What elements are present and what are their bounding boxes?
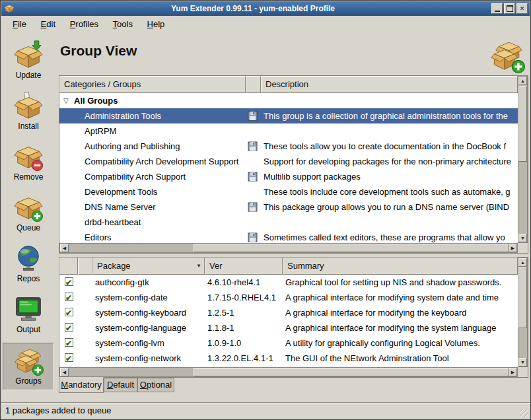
column-header-description[interactable]: Description — [261, 76, 518, 93]
package-name-cell: system-config-language — [95, 320, 186, 335]
vertical-scrollbar[interactable]: ▲ ▼ — [518, 76, 528, 243]
column-header-blank[interactable] — [59, 258, 78, 275]
minimize-icon — [495, 11, 500, 12]
tab-default[interactable]: Default — [104, 378, 137, 392]
sidebar-item-queue[interactable]: Queue — [3, 190, 54, 232]
column-header-blank[interactable] — [246, 76, 261, 93]
minimize-button[interactable] — [491, 3, 503, 14]
horizontal-scrollbar[interactable]: ◀ ▶ — [59, 367, 518, 377]
menubar: File Edit Profiles Tools Help — [1, 16, 530, 33]
tab-mandatory[interactable]: Mandatory — [59, 377, 104, 393]
package-checkbox[interactable]: ✔ — [65, 323, 73, 332]
package-row[interactable]: ✔ system-config-network 1.3.22.0.EL.4.1-… — [59, 351, 518, 366]
scroll-left-button[interactable]: ◀ — [60, 368, 69, 376]
package-checkbox[interactable]: ✔ — [65, 277, 73, 286]
scroll-left-button[interactable]: ◀ — [60, 244, 69, 252]
scrollbar-corner — [518, 243, 528, 253]
scroll-right-button[interactable]: ▶ — [509, 244, 517, 252]
package-summary-cell: A graphical interface for modifying syst… — [285, 290, 516, 305]
group-row[interactable]: Editors Sometimes called text editors, t… — [59, 230, 518, 243]
group-row[interactable]: Compatibility Arch Development Support S… — [59, 154, 518, 169]
group-name: Editors — [85, 230, 111, 243]
sidebar-item-install[interactable]: Install — [3, 88, 54, 131]
group-view-icon — [489, 38, 525, 73]
menu-help[interactable]: Help — [141, 16, 171, 33]
close-button[interactable]: ✕ — [516, 3, 528, 14]
package-row[interactable]: ✔ system-config-language 1.1.8-1 A graph… — [59, 320, 518, 335]
check-icon: ✔ — [65, 351, 72, 367]
menu-edit[interactable]: Edit — [35, 16, 61, 33]
column-header-summary[interactable]: Summary — [283, 258, 518, 275]
scrollbar-thumb[interactable] — [518, 86, 527, 162]
sidebar-label: Output — [3, 325, 54, 334]
scroll-up-button[interactable]: ▲ — [518, 77, 527, 85]
group-description: Sometimes called text editors, these are… — [264, 230, 516, 243]
group-row[interactable]: Development Tools These tools include co… — [59, 184, 518, 199]
check-icon: ✔ — [65, 291, 72, 306]
sidebar-label: Install — [3, 122, 54, 131]
group-row[interactable]: DNS Name Server This package group allow… — [59, 199, 518, 215]
package-version-cell: 1.3.22.0.EL.4.1-1 — [207, 351, 273, 366]
menu-tools[interactable]: Tools — [107, 16, 139, 33]
titlebar[interactable]: Yum Extender 0.99.11 - yum-enabled Profi… — [1, 1, 530, 16]
column-header-package[interactable]: Package ▼ — [92, 258, 205, 275]
menu-profiles[interactable]: Profiles — [64, 16, 104, 33]
package-row[interactable]: ✔ system-config-date 1.7.15-0.RHEL4.1 A … — [59, 290, 518, 305]
group-row-all-groups[interactable]: ▽ All Groups — [59, 93, 518, 108]
group-name: Compatibility Arch Support — [85, 169, 186, 184]
column-header-blank[interactable] — [78, 258, 92, 275]
scrollbar-thumb[interactable] — [194, 368, 509, 376]
queue-icon — [13, 192, 44, 223]
tab-label: Default — [104, 378, 137, 392]
package-summary-cell: A graphical interface for modifying the … — [285, 305, 516, 320]
maximize-button[interactable] — [504, 3, 515, 14]
horizontal-scrollbar[interactable]: ◀ ▶ — [59, 243, 518, 253]
check-icon: ✔ — [65, 275, 72, 291]
vertical-scrollbar[interactable]: ▲ ▼ — [518, 258, 528, 367]
update-icon — [13, 40, 44, 70]
scrollbar-thumb[interactable] — [194, 244, 509, 252]
scroll-up-button[interactable]: ▲ — [518, 258, 527, 267]
package-row[interactable]: ✔ authconfig-gtk 4.6.10-rhel4.1 Graphica… — [59, 275, 518, 290]
group-row[interactable]: drbd-heartbeat — [59, 215, 518, 230]
group-row[interactable]: Administration Tools This group is a col… — [59, 108, 518, 123]
package-name-cell: system-config-network — [95, 351, 181, 366]
group-description: This package group allows you to run a D… — [264, 199, 516, 215]
scroll-down-button[interactable]: ▼ — [518, 234, 527, 242]
tab-optional[interactable]: Optional — [137, 378, 174, 392]
group-row[interactable]: Compatibility Arch Support Multilib supp… — [59, 169, 518, 184]
repos-globe-icon — [13, 243, 44, 273]
menu-file[interactable]: File — [7, 16, 32, 33]
sidebar-item-repos[interactable]: Repos — [3, 241, 54, 283]
package-checkbox[interactable]: ✔ — [65, 353, 73, 362]
sidebar-item-groups[interactable]: Groups — [3, 343, 54, 390]
scrollbar-thumb[interactable] — [518, 267, 527, 328]
maximize-icon — [507, 5, 513, 12]
sidebar-item-update[interactable]: Update — [3, 38, 54, 80]
status-text: 1 packages added to queue — [5, 403, 111, 418]
group-row[interactable]: Authoring and Publishing These tools all… — [59, 139, 518, 154]
check-icon: ✔ — [65, 321, 72, 336]
resize-grip[interactable] — [520, 409, 528, 417]
sidebar-item-output[interactable]: Output — [3, 292, 54, 334]
column-header-ver[interactable]: Ver — [205, 258, 283, 275]
window-title: Yum Extender 0.99.11 - yum-enabled Profi… — [15, 4, 491, 13]
package-name-cell: authconfig-gtk — [95, 275, 149, 290]
package-checkbox[interactable]: ✔ — [65, 293, 73, 301]
group-description: This group is a collection of graphical … — [264, 108, 516, 123]
floppy-icon — [248, 172, 258, 182]
package-version-cell: 1.0.9-1.0 — [207, 335, 241, 351]
package-checkbox[interactable]: ✔ — [65, 308, 73, 316]
tab-label: Mandatory — [59, 378, 103, 392]
scroll-down-button[interactable]: ▼ — [518, 358, 527, 367]
sidebar-item-remove[interactable]: Remove — [3, 139, 54, 182]
package-row[interactable]: ✔ system-config-lvm 1.0.9-1.0 A utility … — [59, 335, 518, 351]
expander-open-icon[interactable]: ▽ — [63, 93, 69, 108]
packages-table: Package ▼ Ver Summary ✔ authconfig-gtk 4… — [59, 257, 528, 378]
group-row[interactable]: AptRPM — [59, 123, 518, 139]
package-row[interactable]: ✔ system-config-keyboard 1.2.5-1 A graph… — [59, 305, 518, 320]
column-header-categories[interactable]: Categories / Groups — [59, 76, 246, 93]
scroll-right-button[interactable]: ▶ — [509, 368, 517, 376]
group-name: drbd-heartbeat — [85, 215, 141, 230]
package-checkbox[interactable]: ✔ — [65, 338, 73, 347]
